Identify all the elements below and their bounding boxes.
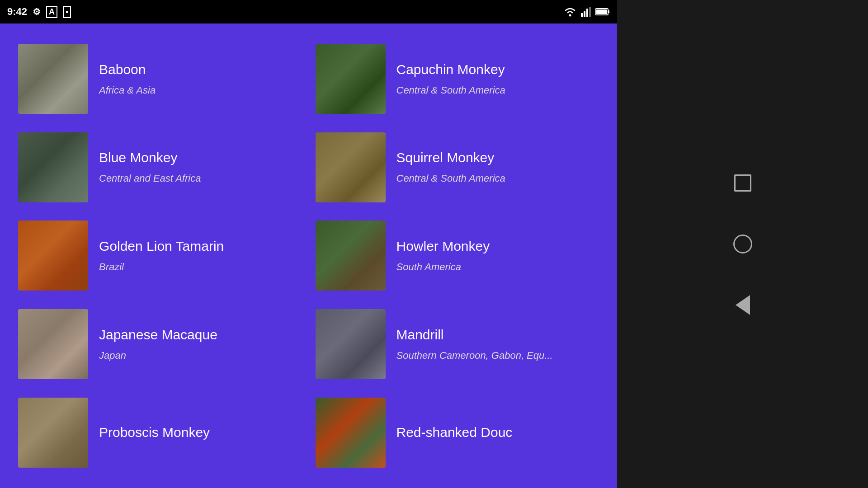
recent-apps-icon <box>734 174 751 192</box>
animal-image-capuchin <box>316 44 386 114</box>
animal-image-baboon <box>18 44 88 114</box>
animal-name-baboon: Baboon <box>99 62 156 77</box>
battery-icon <box>595 8 610 16</box>
animal-item-capuchin[interactable]: Capuchin MonkeyCentral & South America <box>316 37 599 121</box>
animal-location-mandrill: Southern Cameroon, Gabon, Equ... <box>396 350 553 361</box>
animal-image-squirrel-monkey <box>316 132 386 202</box>
status-time: 9:42 <box>7 6 27 18</box>
animal-location-japanese-macaque: Japan <box>99 350 217 361</box>
animal-image-mandrill <box>316 309 386 379</box>
animal-item-howler-monkey[interactable]: Howler MonkeySouth America <box>316 214 599 298</box>
status-right <box>564 7 610 17</box>
svg-point-0 <box>569 14 571 17</box>
animal-image-golden-lion-tamarin <box>18 221 88 291</box>
settings-icon: ⚙ <box>33 6 41 17</box>
wifi-icon <box>564 7 576 17</box>
animal-name-proboscis-monkey: Proboscis Monkey <box>99 425 210 440</box>
animal-location-howler-monkey: South America <box>396 261 490 273</box>
animal-location-golden-lion-tamarin: Brazil <box>99 261 224 273</box>
nav-back-button[interactable] <box>730 293 755 318</box>
animal-location-squirrel-monkey: Central & South America <box>396 173 505 184</box>
svg-rect-3 <box>586 9 588 17</box>
animal-item-japanese-macaque[interactable]: Japanese MacaqueJapan <box>18 302 302 386</box>
animal-location-capuchin: Central & South America <box>396 84 505 96</box>
animal-name-squirrel-monkey: Squirrel Monkey <box>396 150 505 165</box>
animal-image-japanese-macaque <box>18 309 88 379</box>
animal-item-baboon[interactable]: BaboonAfrica & Asia <box>18 37 302 121</box>
sd-icon: ▪ <box>63 6 71 18</box>
nav-home-button[interactable] <box>730 232 755 257</box>
home-icon <box>733 235 752 253</box>
svg-rect-7 <box>596 9 607 14</box>
animal-item-red-shanked-douc[interactable]: Red-shanked Douc <box>316 390 599 474</box>
animal-image-red-shanked-douc <box>316 398 386 468</box>
navigation-bar <box>617 0 868 488</box>
animal-list: BaboonAfrica & AsiaCapuchin MonkeyCentra… <box>0 23 617 488</box>
animal-name-golden-lion-tamarin: Golden Lion Tamarin <box>99 239 224 254</box>
animal-name-mandrill: Mandrill <box>396 327 553 343</box>
svg-rect-1 <box>581 13 583 17</box>
animal-item-golden-lion-tamarin[interactable]: Golden Lion TamarinBrazil <box>18 214 302 298</box>
nav-recent-button[interactable] <box>730 171 755 196</box>
status-left: 9:42 ⚙ A ▪ <box>7 6 71 18</box>
animal-image-blue-monkey <box>18 132 88 202</box>
animal-item-mandrill[interactable]: MandrillSouthern Cameroon, Gabon, Equ... <box>316 302 599 386</box>
animal-image-howler-monkey <box>316 221 386 291</box>
back-icon <box>736 295 750 315</box>
svg-rect-2 <box>584 11 585 17</box>
animal-name-blue-monkey: Blue Monkey <box>99 150 201 165</box>
accessibility-icon: A <box>46 6 57 18</box>
animal-name-capuchin: Capuchin Monkey <box>396 62 505 77</box>
signal-icon <box>581 7 591 17</box>
main-app: 9:42 ⚙ A ▪ <box>0 0 617 488</box>
animal-item-proboscis-monkey[interactable]: Proboscis Monkey <box>18 390 302 474</box>
animal-location-baboon: Africa & Asia <box>99 84 156 96</box>
animal-item-squirrel-monkey[interactable]: Squirrel MonkeyCentral & South America <box>316 126 599 210</box>
svg-rect-6 <box>608 10 609 13</box>
svg-rect-4 <box>589 7 591 17</box>
animal-item-blue-monkey[interactable]: Blue MonkeyCentral and East Africa <box>18 126 302 210</box>
animal-image-proboscis-monkey <box>18 398 88 468</box>
animal-name-japanese-macaque: Japanese Macaque <box>99 327 217 343</box>
status-bar: 9:42 ⚙ A ▪ <box>0 0 617 23</box>
animal-name-red-shanked-douc: Red-shanked Douc <box>396 425 513 440</box>
animal-name-howler-monkey: Howler Monkey <box>396 239 490 254</box>
animal-location-blue-monkey: Central and East Africa <box>99 173 201 184</box>
